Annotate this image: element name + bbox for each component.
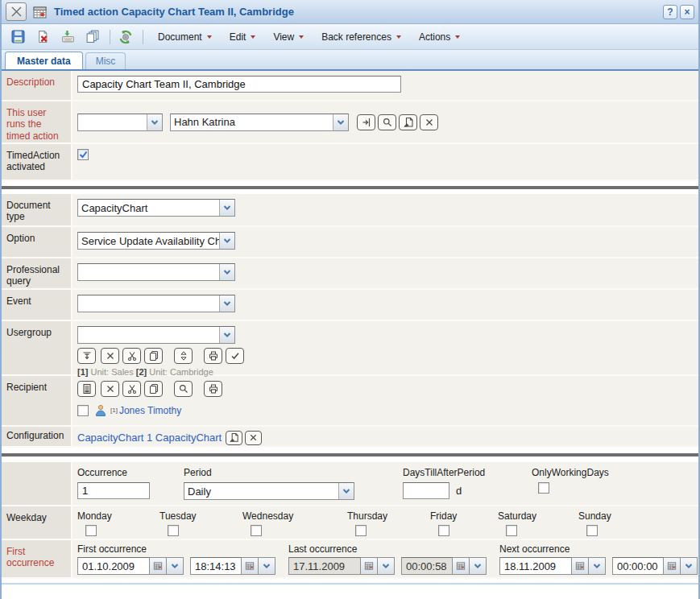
open-record-button[interactable] — [357, 114, 375, 130]
configuration-link[interactable]: CapacityChart 1 CapacityChart — [77, 432, 222, 444]
recipient-link[interactable]: Jones Timothy — [119, 405, 181, 416]
select-from-list-button[interactable] — [77, 381, 96, 397]
professional-query-label: Professional query — [2, 258, 72, 288]
delete-entry-button[interactable] — [101, 348, 119, 364]
configuration-label: Configuration — [2, 427, 72, 446]
chevron-down-icon[interactable] — [681, 557, 698, 575]
copy-entry-button[interactable] — [144, 381, 163, 397]
event-select[interactable] — [77, 295, 235, 312]
occurrence-input[interactable] — [77, 482, 150, 499]
delete-button[interactable] — [33, 27, 52, 47]
date-picker-button[interactable] — [572, 557, 589, 575]
chevron-down-icon — [219, 327, 234, 343]
chevron-down-icon[interactable] — [378, 557, 395, 575]
paste-button[interactable] — [226, 431, 242, 445]
days-till-input[interactable] — [403, 482, 449, 499]
menu-actions[interactable]: Actions — [419, 31, 460, 43]
cut-button[interactable] — [122, 348, 141, 364]
row-option: Option Service Update Availability Check — [2, 227, 698, 258]
next-time-input[interactable]: 00:00:00 — [612, 557, 664, 575]
calendar-icon — [153, 561, 163, 571]
tab-master-data[interactable]: Master data — [5, 52, 83, 69]
menu-back-references[interactable]: Back references — [321, 31, 401, 43]
weekday-tuesday-label: Tuesday — [159, 510, 242, 522]
filter-add-icon — [81, 350, 93, 361]
clear-x-icon — [105, 350, 116, 361]
print-button[interactable] — [204, 381, 222, 397]
weekday-label: Weekday — [2, 506, 72, 539]
usergroup-select[interactable] — [77, 326, 235, 344]
print-button[interactable] — [204, 348, 222, 364]
menu-view[interactable]: View — [273, 31, 304, 43]
weekday-saturday-checkbox[interactable] — [506, 525, 517, 536]
weekday-monday-checkbox[interactable] — [85, 525, 97, 536]
tab-bar: Master data Misc — [2, 50, 698, 71]
select-from-list-button[interactable] — [77, 348, 96, 364]
weekday-tuesday-checkbox[interactable] — [168, 525, 179, 536]
next-date-input[interactable]: 18.11.2009 — [499, 557, 572, 575]
close-window-button[interactable] — [6, 2, 27, 21]
description-input[interactable] — [77, 76, 401, 93]
period-select[interactable]: Daily — [184, 482, 354, 500]
row-recipient: Recipient — [2, 376, 698, 427]
user-category-select[interactable] — [77, 114, 163, 131]
recipient-index: [1] — [110, 407, 118, 414]
date-picker-button[interactable] — [242, 557, 259, 575]
date-picker-button[interactable] — [150, 557, 167, 575]
paste-button[interactable] — [399, 114, 417, 130]
chevron-down-icon — [219, 200, 234, 216]
calendar-icon — [575, 561, 585, 571]
date-picker-button[interactable] — [453, 557, 470, 575]
person-icon — [94, 404, 107, 416]
chevron-down-icon[interactable] — [259, 557, 275, 575]
apply-button[interactable] — [226, 348, 244, 364]
professional-query-select[interactable] — [77, 263, 235, 281]
weekday-wednesday-label: Wednesday — [242, 510, 347, 522]
clear-button[interactable] — [420, 114, 438, 130]
tab-misc[interactable]: Misc — [85, 52, 126, 69]
chevron-down-icon — [251, 35, 255, 39]
document-type-select[interactable]: CapacityChart — [77, 199, 235, 217]
run-user-label: This user runs the timed action — [2, 101, 72, 143]
copy-button[interactable] — [83, 27, 102, 47]
menu-edit[interactable]: Edit — [230, 31, 256, 43]
chevron-down-icon — [333, 114, 348, 130]
copy-entry-button[interactable] — [144, 348, 163, 364]
first-time-input[interactable]: 18:14:13 — [190, 557, 242, 575]
last-date-input: 17.11.2009 — [288, 557, 361, 575]
weekday-sunday-checkbox[interactable] — [586, 525, 598, 536]
run-user-select[interactable]: Hahn Katrina — [170, 114, 349, 131]
clear-x-icon — [105, 383, 116, 395]
weekday-friday-checkbox[interactable] — [438, 525, 449, 536]
help-button[interactable]: ? — [663, 5, 677, 19]
close-button-right[interactable]: × — [680, 5, 694, 19]
row-run-user: This user runs the timed action Hahn Kat… — [2, 101, 698, 144]
recipient-checkbox[interactable] — [77, 405, 89, 416]
date-picker-button[interactable] — [361, 557, 378, 575]
weekday-wednesday-checkbox[interactable] — [251, 525, 262, 536]
chevron-down-icon[interactable] — [589, 557, 606, 575]
delete-entry-button[interactable] — [101, 381, 119, 397]
title-bar: Timed action Capacity Chart Team II, Cam… — [2, 0, 698, 24]
search-button[interactable] — [174, 381, 193, 397]
option-select[interactable]: Service Update Availability Check — [77, 232, 235, 250]
weekday-thursday-checkbox[interactable] — [355, 525, 367, 536]
date-picker-button[interactable] — [664, 557, 681, 575]
sort-button[interactable] — [174, 348, 193, 364]
cut-button[interactable] — [122, 381, 141, 397]
save-icon — [11, 30, 25, 43]
save-button[interactable] — [8, 27, 27, 47]
copy-pages-icon — [85, 30, 100, 43]
insert-button[interactable] — [58, 27, 77, 47]
chevron-down-icon[interactable] — [470, 557, 487, 575]
process-button[interactable] — [116, 27, 135, 47]
first-date-input[interactable]: 01.10.2009 — [77, 557, 150, 575]
chevron-down-icon — [219, 264, 234, 280]
chevron-down-icon[interactable] — [167, 557, 184, 575]
only-working-days-checkbox[interactable] — [538, 482, 549, 494]
search-button[interactable] — [378, 114, 396, 130]
option-label: Option — [2, 227, 72, 257]
activated-checkbox[interactable] — [77, 149, 89, 160]
menu-document[interactable]: Document — [158, 31, 212, 43]
clear-button[interactable] — [245, 431, 262, 445]
